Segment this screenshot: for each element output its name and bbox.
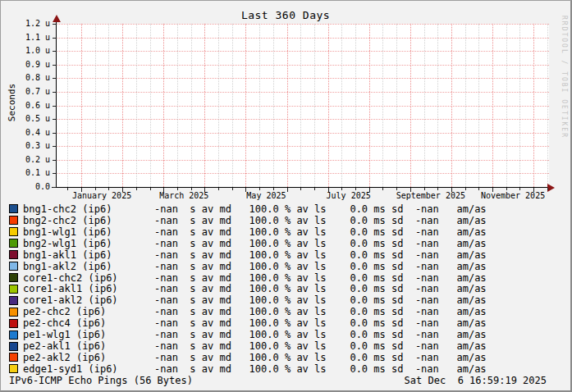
legend-color-swatch bbox=[9, 342, 18, 351]
legend-series-label: bng2-wlg1 (ip6) bbox=[23, 238, 154, 249]
gridline-minor bbox=[437, 24, 438, 187]
gridline-minor bbox=[424, 24, 425, 187]
legend-row: core1-akl1 (ip6)-nan s av md 100.0 % av … bbox=[9, 283, 551, 294]
legend-color-swatch bbox=[9, 273, 18, 282]
legend-series-label: bng1-akl1 (ip6) bbox=[23, 249, 154, 261]
x-axis-tick bbox=[300, 188, 301, 190]
gridline-month-major bbox=[122, 24, 123, 187]
legend-row: bng1-akl2 (ip6)-nan s av md 100.0 % av l… bbox=[9, 261, 551, 272]
y-axis-tick bbox=[53, 65, 56, 66]
legend-color-swatch bbox=[9, 227, 18, 236]
gridline-horizontal bbox=[56, 173, 549, 174]
gridline-minor bbox=[478, 24, 479, 187]
y-tick-label: 0.5 u bbox=[4, 114, 50, 124]
y-axis-tick bbox=[53, 160, 56, 161]
x-axis-tick bbox=[218, 188, 219, 190]
y-tick-label: 0.6 u bbox=[4, 101, 50, 111]
footer-timestamp: Sat Dec 6 16:59:19 2025 bbox=[405, 375, 547, 386]
legend-color-swatch bbox=[9, 204, 18, 213]
y-axis-tick bbox=[53, 173, 56, 174]
gridline-minor bbox=[150, 24, 151, 187]
gridline-month-major bbox=[81, 24, 82, 187]
y-tick-label: 0.3 u bbox=[4, 141, 50, 151]
legend-series-stats: -nan s av md 100.0 % av ls 0.0 ms sd -na… bbox=[154, 363, 487, 375]
legend-color-swatch bbox=[9, 239, 18, 248]
x-axis-tick bbox=[355, 188, 356, 190]
legend-series-label: bng1-chc2 (ip6) bbox=[23, 203, 154, 215]
y-tick-label: 0.0 bbox=[4, 182, 50, 192]
legend-series-stats: -nan s av md 100.0 % av ls 0.0 ms sd -na… bbox=[154, 215, 487, 226]
footer-probe-text: IPv6-ICMP Echo Pings (56 Bytes) bbox=[9, 375, 193, 386]
legend-series-stats: -nan s av md 100.0 % av ls 0.0 ms sd -na… bbox=[154, 294, 487, 306]
legend-series-stats: -nan s av md 100.0 % av ls 0.0 ms sd -na… bbox=[154, 272, 487, 284]
gridline-horizontal bbox=[56, 106, 549, 107]
x-axis-tick bbox=[465, 188, 466, 190]
legend-series-label: bng1-wlg1 (ip6) bbox=[23, 226, 154, 238]
y-axis-tick bbox=[53, 51, 56, 52]
y-axis-line bbox=[56, 21, 57, 188]
legend-row: bng1-chc2 (ip6)-nan s av md 100.0 % av l… bbox=[9, 203, 551, 215]
legend-row: bng2-chc2 (ip6)-nan s av md 100.0 % av l… bbox=[9, 215, 551, 226]
gridline-minor bbox=[108, 24, 109, 187]
x-tick-label: May 2025 bbox=[246, 191, 286, 201]
gridline-month-major bbox=[245, 24, 246, 187]
x-axis-tick bbox=[108, 188, 109, 190]
gridline-month-major bbox=[163, 24, 164, 187]
gridline-minor bbox=[191, 24, 192, 187]
x-axis-tick bbox=[519, 188, 520, 190]
legend-series-stats: -nan s av md 100.0 % av ls 0.0 ms sd -na… bbox=[154, 203, 487, 215]
x-axis-tick bbox=[191, 188, 192, 190]
legend-series-label: bng1-akl2 (ip6) bbox=[23, 261, 154, 272]
x-axis-tick bbox=[95, 188, 96, 190]
x-tick-label: November 2025 bbox=[481, 191, 545, 201]
x-axis-tick bbox=[382, 188, 383, 190]
x-axis-tick bbox=[424, 188, 425, 190]
legend-row: bng1-akl1 (ip6)-nan s av md 100.0 % av l… bbox=[9, 249, 551, 261]
legend-row: core1-chc2 (ip6)-nan s av md 100.0 % av … bbox=[9, 272, 551, 284]
legend-row: bng2-wlg1 (ip6)-nan s av md 100.0 % av l… bbox=[9, 238, 551, 249]
gridline-month-major bbox=[410, 24, 411, 187]
gridline-horizontal bbox=[56, 78, 549, 79]
legend-series-label: pe2-akl2 (ip6) bbox=[23, 352, 154, 363]
x-axis-tick bbox=[287, 188, 288, 192]
legend-series-stats: -nan s av md 100.0 % av ls 0.0 ms sd -na… bbox=[154, 340, 487, 352]
gridline-horizontal bbox=[56, 146, 549, 147]
gridline-horizontal bbox=[56, 119, 549, 120]
gridline-minor bbox=[259, 24, 260, 187]
legend-series-stats: -nan s av md 100.0 % av ls 0.0 ms sd -na… bbox=[154, 226, 487, 238]
x-axis-tick bbox=[547, 188, 548, 190]
x-axis-tick bbox=[341, 188, 342, 190]
x-axis-arrow-icon bbox=[547, 184, 555, 192]
x-axis-tick bbox=[273, 188, 274, 190]
legend-color-swatch bbox=[9, 319, 18, 328]
gridline-minor bbox=[314, 24, 315, 187]
gridline-month-major bbox=[287, 24, 288, 187]
legend-row: pe2-chc4 (ip6)-nan s av md 100.0 % av ls… bbox=[9, 317, 551, 329]
gridline-minor bbox=[341, 24, 342, 187]
y-axis-tick bbox=[53, 106, 56, 107]
legend-row: pe2-akl2 (ip6)-nan s av md 100.0 % av ls… bbox=[9, 352, 551, 363]
x-axis-tick bbox=[506, 188, 507, 190]
y-tick-label: 1.0 u bbox=[4, 46, 50, 56]
chart-legend: bng1-chc2 (ip6)-nan s av md 100.0 % av l… bbox=[9, 203, 551, 375]
legend-color-swatch bbox=[9, 308, 18, 317]
gridline-minor bbox=[300, 24, 301, 187]
legend-series-label: pe2-akl1 (ip6) bbox=[23, 340, 154, 352]
gridline-minor bbox=[136, 24, 137, 187]
x-axis-tick bbox=[177, 188, 178, 190]
y-tick-label: 0.7 u bbox=[4, 87, 50, 97]
gridline-month-major bbox=[328, 24, 329, 187]
gridline-minor bbox=[506, 24, 507, 187]
x-axis-tick bbox=[232, 188, 233, 190]
legend-series-label: core1-chc2 (ip6) bbox=[23, 272, 154, 284]
x-tick-label: January 2025 bbox=[72, 191, 131, 201]
chart-title: Last 360 Days bbox=[1, 9, 570, 21]
y-tick-label: 1.1 u bbox=[4, 33, 50, 43]
y-axis-tick bbox=[53, 133, 56, 134]
legend-series-stats: -nan s av md 100.0 % av ls 0.0 ms sd -na… bbox=[154, 261, 487, 272]
gridline-horizontal bbox=[56, 92, 549, 93]
legend-series-stats: -nan s av md 100.0 % av ls 0.0 ms sd -na… bbox=[154, 283, 487, 294]
legend-series-stats: -nan s av md 100.0 % av ls 0.0 ms sd -na… bbox=[154, 249, 487, 261]
legend-series-stats: -nan s av md 100.0 % av ls 0.0 ms sd -na… bbox=[154, 317, 487, 329]
y-tick-label: 0.4 u bbox=[4, 128, 50, 138]
